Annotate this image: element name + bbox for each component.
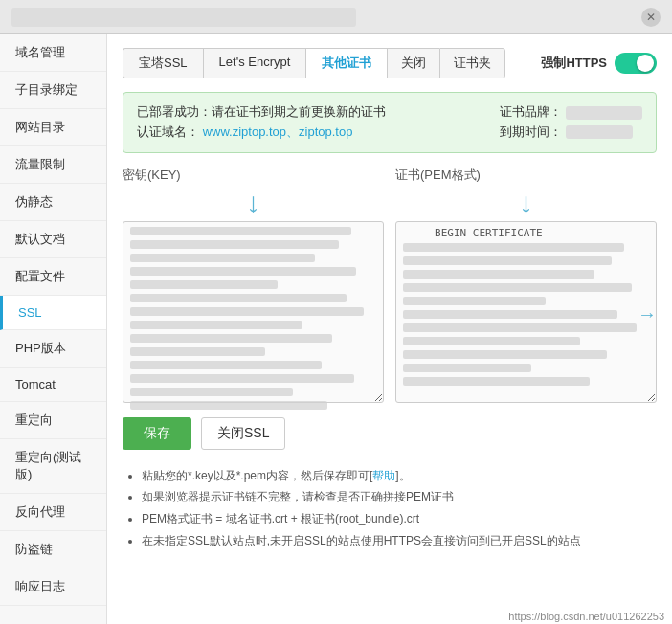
success-title: 已部署成功：请在证书到期之前更换新的证书 [137, 102, 386, 123]
tabs-row: 宝塔SSL Let's Encrypt 其他证书 关闭 证书夹 强制HTTPS [123, 48, 657, 78]
force-https-toggle[interactable] [615, 53, 657, 74]
tab-lets-encrypt[interactable]: Let's Encrypt [203, 48, 306, 78]
sidebar-item-subdir-bind[interactable]: 子目录绑定 [0, 72, 106, 109]
tip-2: 如果浏览器提示证书链不完整，请检查是否正确拼接PEM证书 [142, 486, 657, 508]
close-icon[interactable]: ✕ [641, 8, 661, 27]
sidebar-item-traffic-limit[interactable]: 流量限制 [0, 146, 106, 184]
expire-line: 到期时间： [500, 123, 642, 143]
sidebar-item-redirect-test[interactable]: 重定向(测试版) [0, 439, 106, 494]
expire-label: 到期时间： [500, 124, 562, 139]
domain-value: www.ziptop.top、ziptop.top [203, 124, 353, 139]
cert-row: 密钥(KEY) ↓ [123, 167, 657, 406]
success-banner-right: 证书品牌： 到期时间： [500, 102, 642, 143]
sidebar-item-default-doc[interactable]: 默认文档 [0, 221, 106, 258]
cert-area-wrapper: ↓ -----BEGIN CERTIFICATE----- [395, 189, 657, 406]
tip-3: PEM格式证书 = 域名证书.crt + 根证书(root_bundle).cr… [142, 508, 657, 530]
brand-label: 证书品牌： [500, 104, 562, 119]
arrow-down-key: ↓ [123, 189, 384, 217]
url-bar: https://blog.csdn.net/u011262253 [501, 609, 672, 624]
cert-col: 证书(PEM格式) ↓ -----BEGIN CERTIFICATE----- [395, 167, 657, 406]
sidebar-item-reverse-proxy[interactable]: 反向代理 [0, 494, 106, 531]
save-button[interactable]: 保存 [123, 417, 191, 450]
tip-4: 在未指定SSL默认站点时,未开启SSL的站点使用HTTPS会直接访问到已开启SS… [142, 530, 657, 552]
sidebar-item-response-log[interactable]: 响应日志 [0, 568, 106, 606]
key-textarea[interactable] [123, 221, 384, 403]
tab-other-cert[interactable]: 其他证书 [305, 48, 387, 78]
modal-body: 域名管理 子目录绑定 网站目录 流量限制 伪静态 默认文档 配置文件 SSL P… [0, 34, 672, 624]
sidebar-item-hotlink[interactable]: 防盗链 [0, 531, 106, 568]
help-link[interactable]: 帮助 [372, 469, 395, 482]
sidebar-item-config-file[interactable]: 配置文件 [0, 258, 106, 296]
tip-1: 粘贴您的*.key以及*.pem内容，然后保存即可[帮助]。 [142, 465, 657, 487]
sidebar-item-tomcat[interactable]: Tomcat [0, 368, 106, 402]
success-banner-left: 已部署成功：请在证书到期之前更换新的证书 认证域名： www.ziptop.to… [137, 102, 386, 143]
tab-baota-ssl[interactable]: 宝塔SSL [123, 48, 203, 78]
sidebar-item-redirect[interactable]: 重定向 [0, 402, 106, 439]
domain-line: 认证域名： www.ziptop.top、ziptop.top [137, 123, 386, 143]
main-content: 宝塔SSL Let's Encrypt 其他证书 关闭 证书夹 强制HTTPS … [107, 34, 672, 624]
key-col: 密钥(KEY) ↓ [123, 167, 384, 406]
brand-value [566, 106, 642, 120]
close-ssl-button[interactable]: 关闭SSL [201, 417, 285, 450]
brand-line: 证书品牌： [500, 102, 642, 123]
arrow-down-cert: ↓ [395, 189, 657, 217]
sidebar: 域名管理 子目录绑定 网站目录 流量限制 伪静态 默认文档 配置文件 SSL P… [0, 34, 107, 624]
modal-header: ✕ [0, 0, 672, 34]
force-https-label: 强制HTTPS [541, 55, 607, 72]
success-banner: 已部署成功：请在证书到期之前更换新的证书 认证域名： www.ziptop.to… [123, 92, 657, 153]
modal: ✕ 域名管理 子目录绑定 网站目录 流量限制 伪静态 默认文档 配置文件 SSL… [0, 0, 672, 624]
btn-row: 保存 关闭SSL [123, 417, 657, 450]
tabs-left: 宝塔SSL Let's Encrypt 其他证书 关闭 证书夹 [123, 48, 505, 78]
cert-textarea[interactable] [395, 221, 657, 403]
sidebar-item-php-version[interactable]: PHP版本 [0, 330, 106, 368]
tab-cert-folder[interactable]: 证书夹 [439, 48, 505, 78]
tab-close[interactable]: 关闭 [387, 48, 439, 78]
key-label: 密钥(KEY) [123, 167, 384, 184]
modal-title-bar [11, 8, 356, 27]
expire-value [566, 125, 633, 139]
sidebar-item-domain-manage[interactable]: 域名管理 [0, 34, 106, 72]
force-https-control: 强制HTTPS [541, 53, 657, 74]
sidebar-item-ssl[interactable]: SSL [0, 296, 106, 330]
sidebar-item-pseudo-static[interactable]: 伪静态 [0, 184, 106, 221]
cert-label: 证书(PEM格式) [395, 167, 657, 184]
tips-list: 粘贴您的*.key以及*.pem内容，然后保存即可[帮助]。 如果浏览器提示证书… [123, 465, 657, 552]
sidebar-item-site-dir[interactable]: 网站目录 [0, 109, 106, 146]
toggle-knob [637, 55, 654, 72]
domain-label: 认证域名： [137, 124, 199, 139]
